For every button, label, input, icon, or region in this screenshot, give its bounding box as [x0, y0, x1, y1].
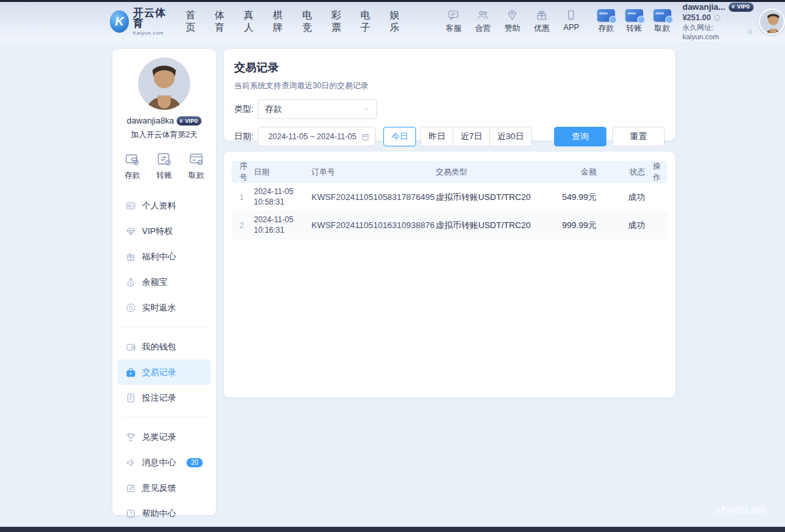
range-7days-button[interactable]: 近7日 — [453, 127, 490, 146]
withdraw-button[interactable]: 取款 — [188, 151, 204, 181]
sidebar-item-label: 意见反馈 — [142, 482, 176, 494]
utility-menu: 客服 合营 赞助 优惠 APP — [443, 9, 582, 34]
date-range-input[interactable]: 2024-11-05 ~ 2024-11-05 — [258, 127, 375, 146]
nav-chess[interactable]: 棋牌 — [273, 9, 288, 34]
main-nav: 首页 体育 真人 棋牌 电竞 彩票 电子 娱乐 — [186, 9, 406, 34]
cell-order-no: KWSF202411051016310938876 — [310, 220, 434, 230]
transfer-button[interactable]: 转账 — [623, 9, 645, 34]
date-range-presets: 今日 昨日 近7日 近30日 — [383, 127, 532, 146]
cell-no: 2 — [232, 221, 253, 230]
joined-days-text: 加入开云体育第2天 — [113, 129, 216, 141]
sidebar-item-profile[interactable]: 个人资料 — [118, 193, 211, 218]
nav-home[interactable]: 首页 — [186, 9, 201, 34]
utility-label: 客服 — [445, 23, 461, 34]
sidebar-item-label: 余额宝 — [142, 276, 167, 288]
app-download-button[interactable]: APP — [561, 9, 582, 34]
cell-datetime: 2024-11-05 10:58:31 — [253, 187, 310, 207]
deposit-card-icon — [597, 9, 615, 22]
table-row: 1 2024-11-05 10:58:31 KWSF20241105105831… — [232, 183, 667, 211]
sidebar-item-help[interactable]: 帮助中心 — [118, 501, 211, 526]
nav-lottery[interactable]: 彩票 — [331, 9, 347, 34]
sidebar-item-vip[interactable]: VIP特权 — [118, 218, 211, 244]
cell-type: 虚拟币转账USDT/TRC20 — [434, 191, 532, 203]
sidebar-item-label: 投注记录 — [142, 392, 176, 404]
wallet-label: 取款 — [654, 23, 670, 34]
customer-service-button[interactable]: 客服 — [443, 9, 464, 34]
calendar-icon — [361, 133, 370, 141]
sponsor-button[interactable]: 赞助 — [502, 9, 523, 34]
sidebar-item-label: 我的钱包 — [142, 341, 176, 353]
sidebar-item-label: 福利中心 — [142, 251, 176, 263]
type-select[interactable]: 存款 — [258, 99, 377, 119]
nav-slots[interactable]: 电子 — [360, 9, 376, 34]
site-watermark: shequ.me — [715, 504, 767, 516]
query-button[interactable]: 查询 — [554, 127, 606, 146]
reset-button[interactable]: 重置 — [612, 127, 665, 146]
date-filter-row: 日期: 2024-11-05 ~ 2024-11-05 今日 昨日 近7日 近3… — [234, 127, 665, 146]
promotions-button[interactable]: 优惠 — [531, 9, 552, 34]
deposit-button[interactable]: 存款 — [595, 9, 617, 34]
withdraw-card-icon — [654, 9, 671, 22]
range-yesterday-button[interactable]: 昨日 — [421, 127, 453, 146]
utility-label: 优惠 — [534, 23, 550, 34]
sidebar-item-my-wallet[interactable]: 我的钱包 — [118, 334, 211, 359]
rebate-icon — [126, 303, 136, 313]
avatar[interactable] — [138, 58, 190, 110]
nav-esports[interactable]: 电竞 — [302, 9, 318, 34]
brand-logo[interactable]: K 开云体育 Kaiyun.com — [110, 8, 171, 36]
sidebar-item-label: 交易记录 — [142, 367, 176, 378]
col-header-status: 状态 — [598, 167, 649, 178]
gift-icon — [536, 9, 548, 21]
col-header-date: 日期 — [253, 167, 310, 178]
deposit-button[interactable]: 存款 — [124, 151, 140, 181]
sidebar-item-rebate[interactable]: 实时返水 — [118, 295, 211, 320]
user-info[interactable]: dawanjia... ❦VIP0 ¥251.00 永久网址: kaiyun.c… — [682, 2, 754, 42]
sidebar-menu: 个人资料 VIP特权 福利中心 余额宝 实时返水 我的钱包 — [113, 193, 216, 526]
type-select-value: 存款 — [265, 103, 363, 115]
sidebar-item-yuebao[interactable]: 余额宝 — [118, 269, 211, 295]
people-icon — [477, 9, 489, 21]
gem-icon — [126, 226, 136, 237]
col-header-order: 订单号 — [310, 167, 434, 178]
sidebar-item-prize-records[interactable]: 兑奖记录 — [118, 424, 211, 450]
content-area: dawanjia8ka ❦VIP0 加入开云体育第2天 存款 转账 取款 个人资… — [113, 49, 675, 515]
table-header-row: 序号 日期 订单号 交易类型 金额 状态 操作 — [232, 161, 667, 183]
sidebar-item-welfare[interactable]: 福利中心 — [118, 244, 211, 269]
sidebar-item-transactions[interactable]: 交易记录 — [118, 359, 211, 385]
sidebar-item-label: 帮助中心 — [142, 508, 176, 520]
search-icon[interactable] — [747, 29, 754, 36]
col-header-no: 序号 — [232, 161, 253, 183]
transfer-button[interactable]: 转账 — [156, 151, 172, 181]
brand-name: 开云体育 — [133, 8, 171, 29]
withdraw-button[interactable]: 取款 — [651, 9, 673, 34]
profile-sidebar: dawanjia8ka ❦VIP0 加入开云体育第2天 存款 转账 取款 个人资… — [113, 49, 216, 515]
nav-entertainment[interactable]: 娱乐 — [390, 9, 406, 34]
bet-record-icon — [126, 393, 136, 403]
brand-logo-icon: K — [110, 10, 129, 33]
sidebar-item-messages[interactable]: 消息中心 20 — [118, 450, 211, 475]
transfer-icon — [156, 151, 172, 167]
type-filter-row: 类型: 存款 — [234, 99, 665, 119]
sidebar-item-feedback[interactable]: 意见反馈 — [118, 475, 211, 501]
moneybag-icon — [126, 277, 136, 288]
quick-action-label: 存款 — [124, 170, 140, 181]
refresh-balance-icon[interactable] — [714, 14, 721, 22]
id-card-icon — [126, 201, 136, 211]
sidebar-item-bet-records[interactable]: 投注记录 — [118, 385, 211, 410]
avatar[interactable] — [759, 8, 785, 35]
vip-wing-icon: ❦ — [731, 3, 736, 10]
vip-wing-icon: ❦ — [179, 118, 184, 124]
utility-label: 赞助 — [504, 23, 520, 34]
nav-live[interactable]: 真人 — [244, 9, 260, 34]
sidebar-divider — [120, 327, 208, 327]
username: dawanjia... — [682, 2, 725, 12]
cell-order-no: KWSF202411051058317876495 — [310, 192, 434, 202]
cell-status: 成功 — [598, 191, 649, 203]
balance-amount: ¥251.00 — [682, 13, 710, 23]
chevron-down-icon — [363, 106, 370, 112]
nav-sports[interactable]: 体育 — [215, 9, 230, 34]
range-30days-button[interactable]: 近30日 — [489, 127, 531, 146]
cell-datetime: 2024-11-05 10:16:31 — [253, 215, 310, 235]
range-today-button[interactable]: 今日 — [383, 127, 416, 146]
partnership-button[interactable]: 合营 — [472, 9, 493, 34]
